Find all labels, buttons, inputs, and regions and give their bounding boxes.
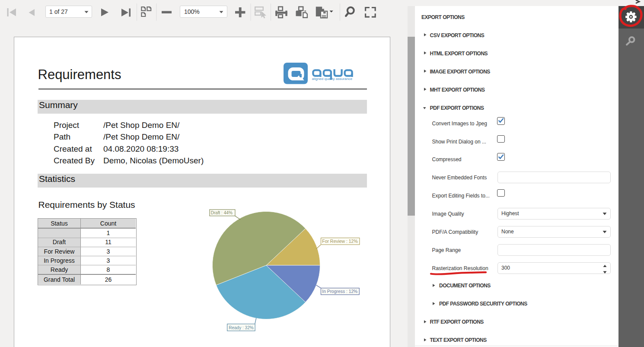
- svg-text:For Review : 12%: For Review : 12%: [322, 239, 357, 244]
- svg-text:aligned quality assurance: aligned quality assurance: [312, 77, 353, 81]
- svg-text:Draft : 44%: Draft : 44%: [210, 210, 233, 215]
- svg-text:Ready : 32%: Ready : 32%: [229, 325, 254, 330]
- svg-text:In Progress : 12%: In Progress : 12%: [322, 289, 357, 294]
